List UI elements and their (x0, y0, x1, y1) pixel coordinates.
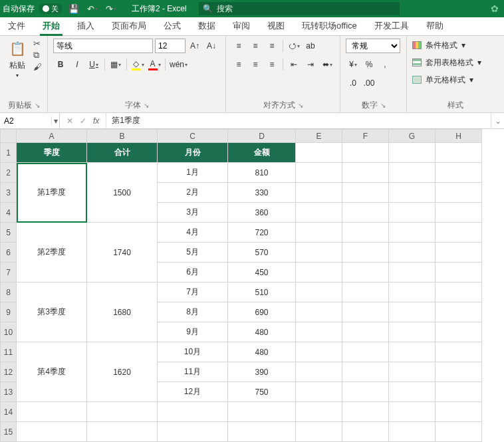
tab-home[interactable]: 开始 (39, 17, 64, 35)
cell-E12[interactable] (296, 362, 342, 382)
fx-icon[interactable]: fx (93, 116, 99, 126)
cell-F6[interactable] (342, 243, 389, 263)
column-header-E[interactable]: E (296, 130, 342, 143)
percent-button[interactable]: % (362, 57, 376, 72)
cut-button[interactable]: ✂ (33, 39, 42, 49)
cell-B15[interactable] (87, 422, 158, 442)
row-header[interactable]: 8 (1, 282, 17, 302)
decrease-decimal-button[interactable]: .00 (362, 76, 376, 90)
select-all-cell[interactable] (1, 130, 17, 143)
cell-G9[interactable] (389, 302, 436, 322)
column-header-A[interactable]: A (17, 130, 87, 143)
cell-B1[interactable]: 合计 (87, 143, 158, 163)
cell-C14[interactable] (158, 402, 228, 422)
row-header[interactable]: 11 (1, 342, 17, 362)
cell-B14[interactable] (87, 402, 158, 422)
cell-E2[interactable] (296, 163, 342, 183)
cell-C12[interactable]: 11月 (158, 362, 228, 382)
row-header[interactable]: 14 (1, 402, 17, 422)
increase-indent-button[interactable]: ⇥ (303, 57, 318, 72)
column-header-D[interactable]: D (228, 130, 296, 143)
cell-D9[interactable]: 690 (228, 302, 296, 322)
cell-B8[interactable]: 1680 (87, 282, 158, 342)
dialog-launcher-icon[interactable]: ↘ (35, 102, 40, 109)
name-box[interactable] (0, 113, 51, 128)
tab-view[interactable]: 视图 (263, 17, 289, 35)
cell-H9[interactable] (436, 302, 482, 322)
formula-input[interactable]: 第1季度 (112, 115, 140, 126)
search-box[interactable]: 🔍 (199, 2, 400, 15)
cell-E9[interactable] (296, 302, 342, 322)
decrease-font-button[interactable]: A↓ (204, 39, 219, 53)
row-header[interactable]: 7 (1, 263, 17, 282)
cell-F3[interactable] (342, 183, 389, 203)
cell-C15[interactable] (158, 422, 228, 442)
cell-F11[interactable] (342, 342, 389, 362)
cell-D14[interactable] (228, 402, 296, 422)
row-header[interactable]: 10 (1, 322, 17, 342)
fill-color-button[interactable]: ◇▾ (130, 57, 145, 72)
cell-C3[interactable]: 2月 (158, 183, 228, 203)
cell-A8[interactable]: 第3季度 (17, 282, 87, 342)
cell-H7[interactable] (436, 263, 482, 282)
font-name-combo[interactable] (53, 39, 153, 53)
align-center-button[interactable]: ≡ (248, 57, 263, 72)
bold-button[interactable]: B (53, 57, 68, 72)
cell-A11[interactable]: 第4季度 (17, 342, 87, 402)
row-header[interactable]: 9 (1, 302, 17, 322)
cell-H6[interactable] (436, 243, 482, 263)
cell-B2[interactable]: 1500 (87, 163, 158, 223)
number-format-combo[interactable]: 常规 (346, 39, 400, 53)
cell-E4[interactable] (296, 203, 342, 223)
decrease-indent-button[interactable]: ⇤ (287, 57, 301, 72)
cell-D3[interactable]: 330 (228, 183, 296, 203)
undo-button[interactable]: ↶▾ (85, 4, 100, 14)
cell-H13[interactable] (436, 382, 482, 402)
cell-F12[interactable] (342, 362, 389, 382)
cell-C7[interactable]: 6月 (158, 263, 228, 282)
cell-D15[interactable] (228, 422, 296, 442)
row-header[interactable]: 12 (1, 362, 17, 382)
accept-formula-icon[interactable]: ✓ (80, 116, 86, 126)
tab-formulas[interactable]: 公式 (160, 17, 185, 35)
cell-G8[interactable] (389, 282, 436, 302)
dialog-launcher-icon[interactable]: ↘ (298, 102, 303, 109)
cell-G1[interactable] (389, 143, 436, 163)
italic-button[interactable]: I (70, 57, 84, 72)
cell-C1[interactable]: 月份 (158, 143, 228, 163)
cell-D13[interactable]: 750 (228, 382, 296, 402)
align-top-button[interactable]: ≡ (231, 39, 246, 53)
search-input[interactable] (217, 4, 396, 13)
cell-C13[interactable]: 12月 (158, 382, 228, 402)
tab-pagelayout[interactable]: 页面布局 (108, 17, 150, 35)
row-header[interactable]: 13 (1, 382, 17, 402)
cell-H2[interactable] (436, 163, 482, 183)
cell-A2[interactable]: 第1季度 (17, 163, 87, 223)
column-header-F[interactable]: F (342, 130, 389, 143)
row-header[interactable]: 6 (1, 243, 17, 263)
copy-button[interactable]: ⧉ (33, 50, 42, 60)
cell-C8[interactable]: 7月 (158, 282, 228, 302)
cell-H8[interactable] (436, 282, 482, 302)
cell-D2[interactable]: 810 (228, 163, 296, 183)
cell-D1[interactable]: 金额 (228, 143, 296, 163)
cell-F1[interactable] (342, 143, 389, 163)
row-header[interactable]: 2 (1, 163, 17, 183)
cell-F9[interactable] (342, 302, 389, 322)
cell-C11[interactable]: 10月 (158, 342, 228, 362)
cell-H11[interactable] (436, 342, 482, 362)
cell-G2[interactable] (389, 163, 436, 183)
tab-file[interactable]: 文件 (4, 17, 29, 35)
tab-review[interactable]: 审阅 (229, 17, 254, 35)
row-header[interactable]: 5 (1, 223, 17, 243)
tab-developer[interactable]: 开发工具 (370, 17, 413, 35)
cell-H15[interactable] (436, 422, 482, 442)
cell-D7[interactable]: 450 (228, 263, 296, 282)
cell-D6[interactable]: 570 (228, 243, 296, 263)
cell-G5[interactable] (389, 223, 436, 243)
cell-H1[interactable] (436, 143, 482, 163)
save-icon[interactable]: 💾 (66, 4, 81, 14)
cell-D5[interactable]: 720 (228, 223, 296, 243)
borders-button[interactable]: ▦▾ (108, 57, 123, 72)
cell-G7[interactable] (389, 263, 436, 282)
